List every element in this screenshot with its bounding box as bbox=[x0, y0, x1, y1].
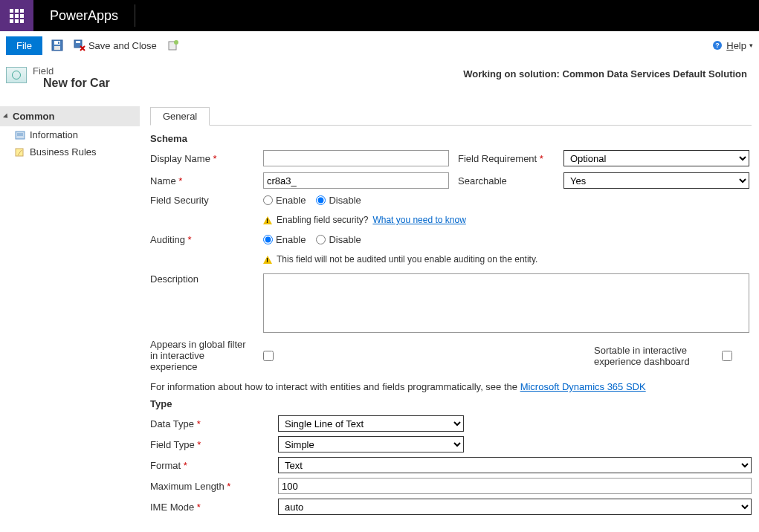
sidebar-item-label: Information bbox=[30, 129, 78, 140]
description-textarea[interactable] bbox=[263, 273, 749, 333]
tab-general[interactable]: General bbox=[150, 107, 210, 126]
section-type-title: Type bbox=[150, 398, 752, 409]
svg-rect-5 bbox=[76, 41, 80, 43]
maximum-length-label: Maximum Length * bbox=[150, 481, 269, 492]
sidebar-item-business-rules[interactable]: Business Rules bbox=[0, 143, 140, 160]
description-label: Description bbox=[150, 273, 254, 285]
save-icon bbox=[51, 39, 63, 51]
field-requirement-label: Field Requirement * bbox=[458, 153, 555, 164]
separator bbox=[135, 4, 135, 27]
display-name-label: Display Name * bbox=[150, 153, 254, 164]
field-security-warning-text: Enabling field security? bbox=[277, 215, 368, 225]
save-and-close-button[interactable]: Save and Close bbox=[74, 39, 157, 51]
warning-icon bbox=[263, 216, 272, 224]
sdk-link[interactable]: Microsoft Dynamics 365 SDK bbox=[520, 381, 646, 392]
save-close-label: Save and Close bbox=[88, 40, 157, 51]
field-requirement-select[interactable]: Optional bbox=[563, 150, 749, 166]
main-panel: General Schema Display Name * Field Requ… bbox=[140, 106, 759, 525]
app-launcher-button[interactable] bbox=[0, 0, 33, 31]
publish-icon bbox=[167, 39, 179, 51]
save-button[interactable] bbox=[51, 39, 63, 51]
app-title: PowerApps bbox=[33, 8, 118, 24]
help-link[interactable]: ? Help ▾ bbox=[711, 39, 753, 51]
ime-mode-label: IME Mode * bbox=[150, 502, 269, 513]
format-select[interactable]: Text bbox=[278, 457, 752, 473]
sdk-info-text: For information about how to interact wi… bbox=[150, 381, 752, 392]
sortable-dashboard-checkbox[interactable] bbox=[722, 351, 732, 361]
format-label: Format * bbox=[150, 460, 269, 471]
working-on-label: Working on solution: Common Data Service… bbox=[463, 68, 747, 80]
data-type-select[interactable]: Single Line of Text bbox=[278, 415, 464, 432]
field-security-warning-link[interactable]: What you need to know bbox=[372, 215, 465, 225]
sidebar: Common Information Business Rules bbox=[0, 106, 140, 525]
auditing-enable-radio[interactable]: Enable bbox=[263, 234, 306, 245]
chevron-down-icon bbox=[3, 113, 10, 120]
chevron-down-icon: ▾ bbox=[749, 42, 753, 49]
form-icon bbox=[15, 130, 25, 140]
data-type-label: Data Type * bbox=[150, 418, 269, 429]
svg-rect-2 bbox=[58, 42, 59, 44]
auditing-disable-radio[interactable]: Disable bbox=[316, 234, 361, 245]
section-schema-title: Schema bbox=[150, 133, 752, 144]
tab-strip: General bbox=[150, 106, 752, 126]
global-filter-checkbox[interactable] bbox=[263, 351, 274, 361]
field-type-label: Field Type * bbox=[150, 439, 269, 450]
svg-rect-13 bbox=[16, 149, 23, 156]
top-bar: PowerApps bbox=[0, 0, 759, 31]
save-close-icon bbox=[74, 39, 85, 51]
rules-icon bbox=[15, 147, 25, 158]
svg-point-7 bbox=[174, 40, 178, 45]
sidebar-item-label: Business Rules bbox=[30, 146, 97, 158]
auditing-warning-text: This field will not be audited until you… bbox=[277, 254, 537, 265]
searchable-select[interactable]: Yes bbox=[563, 172, 749, 189]
warning-icon bbox=[263, 256, 272, 264]
page-title: New for Car bbox=[33, 77, 117, 100]
page-supertitle: Field bbox=[33, 65, 117, 77]
waffle-icon bbox=[10, 9, 24, 23]
name-input[interactable] bbox=[263, 172, 449, 189]
auditing-label: Auditing * bbox=[150, 234, 254, 245]
display-name-input[interactable] bbox=[263, 150, 449, 166]
svg-text:?: ? bbox=[716, 42, 720, 49]
page-header: Field New for Car Working on solution: C… bbox=[0, 59, 759, 106]
command-bar: File Save and Close ? Help ▾ bbox=[0, 31, 759, 59]
ime-mode-select[interactable]: auto bbox=[278, 499, 752, 515]
publish-button[interactable] bbox=[167, 39, 179, 51]
name-label: Name * bbox=[150, 175, 254, 186]
sidebar-item-information[interactable]: Information bbox=[0, 126, 140, 143]
field-security-enable-radio[interactable]: Enable bbox=[263, 195, 306, 206]
svg-rect-3 bbox=[54, 46, 60, 50]
help-icon: ? bbox=[711, 39, 723, 51]
entity-icon bbox=[6, 67, 27, 83]
field-security-label: Field Security bbox=[150, 195, 254, 206]
global-filter-label: Appears in global filter in interactive … bbox=[150, 339, 254, 372]
sortable-dashboard-label: Sortable in interactive experience dashb… bbox=[594, 345, 713, 367]
field-security-disable-radio[interactable]: Disable bbox=[316, 195, 361, 206]
file-button[interactable]: File bbox=[6, 36, 42, 55]
sidebar-head-label: Common bbox=[13, 111, 54, 122]
maximum-length-input[interactable] bbox=[278, 478, 752, 494]
searchable-label: Searchable bbox=[458, 175, 555, 186]
field-type-select[interactable]: Simple bbox=[278, 436, 464, 452]
sidebar-section-common[interactable]: Common bbox=[0, 106, 140, 126]
